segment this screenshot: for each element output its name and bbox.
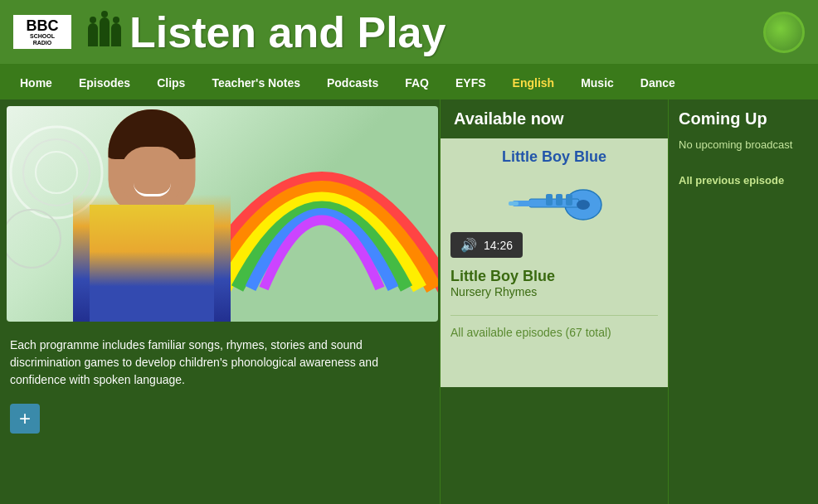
nav-item-podcasts[interactable]: Podcasts [314,66,392,99]
add-button[interactable]: + [10,404,40,434]
page-header: BBC SCHOOLRADIO Listen and Play [0,0,818,66]
nav-item-english[interactable]: English [499,66,568,99]
main-nav: Home Episodes Clips Teacher's Notes Podc… [0,66,818,99]
svg-rect-9 [556,194,562,206]
svg-rect-10 [566,194,572,206]
nav-item-episodes[interactable]: Episodes [66,66,144,99]
all-episodes-count: (67 total) [566,326,611,339]
available-content: Little Boy Blue 🔊 [441,138,668,387]
trumpet-icon [504,176,604,225]
duration-display: 14:26 [484,239,513,252]
left-panel: Each programme includes familiar songs, … [0,99,440,504]
svg-point-3 [7,210,61,268]
available-now-heading: Available now [441,99,668,138]
nav-item-clips[interactable]: Clips [144,66,198,99]
nav-item-faq[interactable]: FAQ [392,66,442,99]
person-head [109,109,196,213]
hero-image [7,106,438,322]
right-panel: Coming Up No upcoming broadcast All prev… [669,99,818,504]
episode-title-link[interactable]: Little Boy Blue [450,148,658,166]
bbc-sub-text: SCHOOLRADIO [30,33,55,46]
page-title: Listen and Play [129,7,446,57]
rainbow-decoration [197,106,438,297]
svg-rect-8 [546,194,553,206]
figure-3 [111,23,121,46]
all-previous-episodes-link[interactable]: All previous episode [669,167,818,193]
nav-item-music[interactable]: Music [567,66,627,99]
coming-up-text: No upcoming broadcast [669,138,818,151]
svg-rect-12 [509,201,519,206]
nav-item-teachers-notes[interactable]: Teacher's Notes [198,66,314,99]
svg-point-2 [36,152,77,193]
bbc-logo: BBC SCHOOLRADIO [13,15,71,49]
person-face [121,147,183,205]
nav-item-home[interactable]: Home [7,66,66,99]
svg-point-11 [577,200,590,210]
episode-category: Nursery Rhymes [450,285,658,298]
episode-info: Little Boy Blue Nursery Rhymes [450,268,658,298]
main-content: Each programme includes familiar songs, … [0,99,818,504]
corner-decoration [763,12,805,53]
logo-figures [88,17,121,46]
coming-up-heading: Coming Up [669,99,818,138]
nav-item-eyfs[interactable]: EYFS [442,66,499,99]
all-episodes-label: All available episodes [450,326,562,339]
speaker-icon: 🔊 [460,237,477,253]
person-smile [134,183,171,196]
player-bar[interactable]: 🔊 14:26 [450,232,523,258]
nav-item-dance[interactable]: Dance [627,66,689,99]
all-episodes-link[interactable]: All available episodes (67 total) [450,315,658,339]
figure-1 [88,23,98,46]
figure-2 [100,17,110,46]
bbc-logo-text: BBC [27,18,59,33]
episode-name: Little Boy Blue [450,268,658,285]
person-body [73,109,231,322]
programme-description: Each programme includes familiar songs, … [0,328,440,397]
trumpet-container [450,176,658,225]
middle-panel: Available now Little Boy Blue [440,99,669,504]
person-body-lower [90,205,214,322]
